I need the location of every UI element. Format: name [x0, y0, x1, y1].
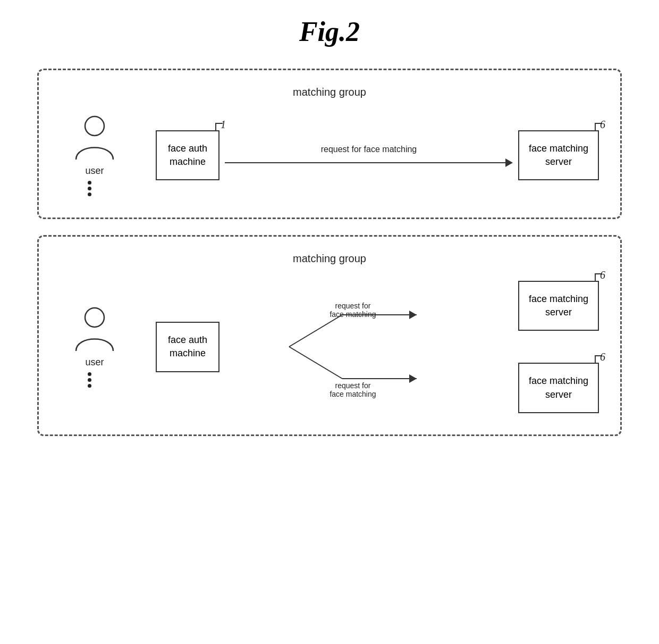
svg-point-0 — [85, 116, 104, 136]
right-servers: 6 face matching server 6 face matching s… — [518, 281, 599, 413]
arrow-area-1: request for face matching — [219, 144, 518, 167]
bottom-server-container: 6 face matching server — [518, 363, 599, 413]
top-server-ref: 6 — [600, 269, 605, 281]
machine-box-2: face auth machine — [156, 322, 219, 372]
dot-1 — [88, 181, 91, 185]
machine-label-2: face auth machine — [168, 334, 207, 358]
bottom-server-ref: 6 — [600, 351, 605, 363]
server-label-1: face matching server — [529, 143, 588, 167]
machine-box-1: face auth machine — [156, 130, 219, 180]
arrow-label-1: request for face matching — [321, 144, 417, 155]
svg-line-4 — [289, 347, 342, 379]
dot-6 — [88, 384, 91, 388]
group-label-2: matching group — [60, 253, 599, 265]
diagram-container: matching group user 1 — [0, 69, 659, 436]
group-content-1: user 1 face auth machine request for fac… — [60, 114, 599, 196]
user-figure-1: user — [60, 114, 129, 196]
top-arrow-label-svg2: face matching — [330, 310, 376, 319]
bottom-server-label: face matching server — [529, 375, 588, 399]
split-arrows-area: request for face matching request for fa… — [219, 294, 518, 400]
group-label-1: matching group — [60, 86, 599, 98]
user-dots-2 — [88, 372, 91, 388]
svg-line-2 — [289, 315, 342, 347]
arrow-head-1 — [505, 158, 513, 167]
user-label-1: user — [85, 165, 104, 177]
server-ref-1: 6 — [600, 119, 605, 131]
split-arrows-svg: request for face matching request for fa… — [219, 294, 518, 400]
user-label-2: user — [85, 357, 104, 368]
dot-3 — [88, 193, 91, 196]
server-container-1: 6 face matching server — [518, 130, 599, 180]
arrow-head-top — [409, 311, 417, 319]
arrow-head-bottom — [409, 374, 417, 383]
dot-2 — [88, 187, 91, 190]
user-icon-2 — [73, 306, 116, 354]
page-title: Fig.2 — [0, 16, 659, 47]
arrow-line-1 — [225, 158, 513, 167]
machine-container-1: 1 face auth machine — [156, 130, 219, 180]
user-figure-2: user — [60, 306, 129, 388]
top-arrow-label-svg: request for — [335, 302, 371, 310]
machine-label-1: face auth machine — [168, 143, 207, 167]
server-box-1: face matching server — [518, 130, 599, 180]
group-box-2: matching group user face auth ma — [37, 235, 622, 436]
bottom-arrow-label-svg: request for — [335, 381, 371, 390]
group-box-1: matching group user 1 — [37, 69, 622, 219]
user-icon-1 — [73, 114, 116, 162]
group-content-2: user face auth machine — [60, 281, 599, 413]
machine-ref-1: 1 — [221, 119, 226, 131]
bottom-arrow-label-svg2: face matching — [330, 390, 376, 398]
top-server-label: face matching server — [529, 294, 588, 317]
top-server-box: face matching server — [518, 281, 599, 331]
h-line-1 — [225, 162, 505, 163]
svg-point-1 — [85, 308, 104, 327]
dot-5 — [88, 378, 91, 382]
top-server-container: 6 face matching server — [518, 281, 599, 331]
bottom-server-box: face matching server — [518, 363, 599, 413]
machine-container-2: face auth machine — [156, 322, 219, 372]
user-dots-1 — [88, 181, 91, 196]
dot-4 — [88, 372, 91, 376]
